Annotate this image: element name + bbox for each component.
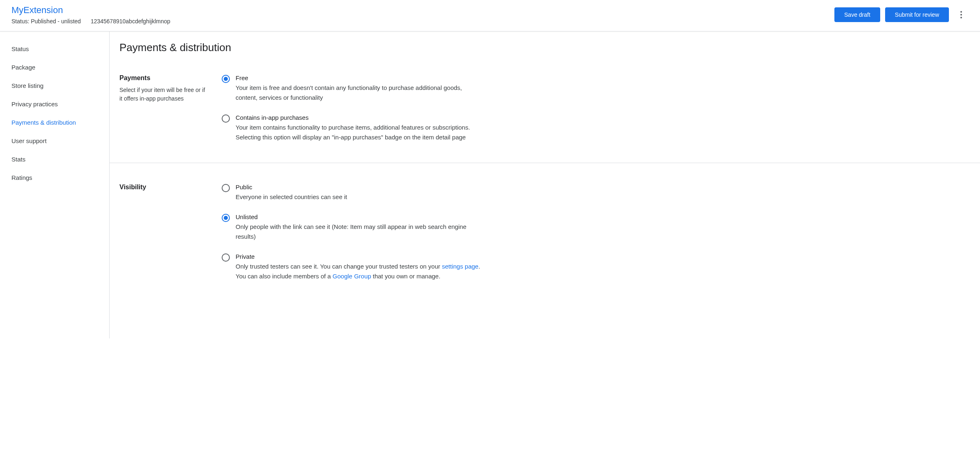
option-content: Unlisted Only people with the link can s… [236, 213, 483, 242]
payments-section-label: Payments Select if your item will be fre… [119, 74, 209, 142]
desc-text: that you own or manage. [371, 273, 440, 280]
option-description: Everyone in selected countries can see i… [236, 192, 483, 202]
visibility-title: Visibility [119, 184, 209, 191]
option-description: Only people with the link can see it (No… [236, 222, 483, 242]
payments-options: Free Your item is free and doesn't conta… [222, 74, 483, 142]
option-description: Only trusted testers can see it. You can… [236, 262, 483, 281]
visibility-option-unlisted[interactable]: Unlisted Only people with the link can s… [222, 213, 483, 242]
radio-icon [222, 75, 230, 83]
desc-text: You can also include members of a [236, 273, 333, 280]
desc-text: . [479, 263, 480, 270]
radio-icon [222, 253, 230, 262]
header-meta: Status: Published - unlisted 12345678910… [11, 18, 170, 25]
item-id: 12345678910abcdefghijklmnop [91, 18, 171, 25]
visibility-section: Visibility Public Everyone in selected c… [119, 184, 970, 302]
status-text: Status: Published - unlisted [11, 18, 81, 25]
payments-section: Payments Select if your item will be fre… [110, 74, 980, 163]
option-label: Private [236, 253, 483, 260]
payment-option-free[interactable]: Free Your item is free and doesn't conta… [222, 74, 483, 103]
sidebar-item-stats[interactable]: Stats [0, 150, 109, 168]
page-title: Payments & distribution [119, 41, 970, 54]
option-label: Contains in-app purchases [236, 114, 483, 121]
sidebar-item-status[interactable]: Status [0, 40, 109, 58]
sidebar: Status Package Store listing Privacy pra… [0, 31, 110, 338]
more-options-icon[interactable] [954, 8, 969, 22]
sidebar-item-user-support[interactable]: User support [0, 132, 109, 150]
option-label: Free [236, 74, 483, 81]
radio-icon [222, 214, 230, 222]
sidebar-item-store-listing[interactable]: Store listing [0, 76, 109, 95]
desc-text: Only trusted testers can see it. You can… [236, 263, 442, 270]
sidebar-item-privacy-practices[interactable]: Privacy practices [0, 95, 109, 113]
payment-option-in-app[interactable]: Contains in-app purchases Your item cont… [222, 114, 483, 142]
option-description: Your item is free and doesn't contain an… [236, 83, 483, 103]
submit-for-review-button[interactable]: Submit for review [885, 7, 949, 22]
option-label: Public [236, 184, 483, 190]
visibility-section-label: Visibility [119, 184, 209, 281]
option-content: Contains in-app purchases Your item cont… [236, 114, 483, 142]
radio-icon [222, 114, 230, 123]
settings-page-link[interactable]: settings page [442, 263, 478, 270]
option-content: Free Your item is free and doesn't conta… [236, 74, 483, 103]
option-content: Private Only trusted testers can see it.… [236, 253, 483, 281]
visibility-option-public[interactable]: Public Everyone in selected countries ca… [222, 184, 483, 202]
header-actions: Save draft Submit for review [834, 7, 969, 22]
save-draft-button[interactable]: Save draft [834, 7, 880, 22]
sidebar-item-ratings[interactable]: Ratings [0, 168, 109, 187]
option-description: Your item contains functionality to purc… [236, 123, 483, 142]
visibility-option-private[interactable]: Private Only trusted testers can see it.… [222, 253, 483, 281]
option-content: Public Everyone in selected countries ca… [236, 184, 483, 202]
visibility-options: Public Everyone in selected countries ca… [222, 184, 483, 281]
sidebar-item-payments-distribution[interactable]: Payments & distribution [0, 113, 109, 132]
option-label: Unlisted [236, 213, 483, 220]
page-header: MyExtension Status: Published - unlisted… [0, 0, 980, 31]
google-group-link[interactable]: Google Group [333, 273, 371, 280]
radio-icon [222, 184, 230, 192]
main-content: Payments & distribution Payments Select … [110, 31, 980, 338]
app-title[interactable]: MyExtension [11, 5, 170, 16]
payments-title: Payments [119, 74, 209, 82]
header-left: MyExtension Status: Published - unlisted… [11, 5, 170, 25]
sidebar-item-package[interactable]: Package [0, 58, 109, 76]
payments-description: Select if your item will be free or if i… [119, 86, 209, 103]
